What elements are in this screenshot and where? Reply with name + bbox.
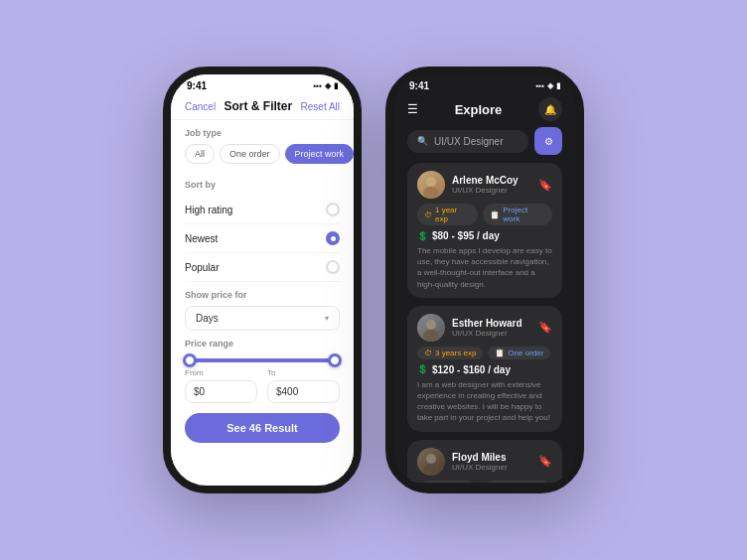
designer-name-0: Arlene McCoy <box>452 175 519 186</box>
sort-by-label: Sort by <box>185 180 340 190</box>
price-to-label: To <box>267 368 340 377</box>
price-inputs: From $0 To $400 <box>185 368 340 403</box>
reset-all-button[interactable]: Reset All <box>301 101 340 112</box>
explore-screen: ☰ Explore 🔔 🔍 UI/UX Designer ⚙ <box>393 93 576 483</box>
price-from-input[interactable]: $0 <box>185 380 257 403</box>
hamburger-icon[interactable]: ☰ <box>407 102 418 116</box>
svg-point-5 <box>423 464 439 476</box>
explore-header: ☰ Explore 🔔 <box>393 93 576 127</box>
type-tag-1: 📋 One order <box>488 347 550 359</box>
price-to-field: To $400 <box>267 368 340 403</box>
sort-newest[interactable]: Newest <box>185 224 340 253</box>
chevron-down-icon: ▾ <box>325 314 329 323</box>
phone-light: 9:41 ▪▪▪ ◈ ▮ Cancel Sort & Filter Reset … <box>163 67 362 493</box>
show-price-dropdown[interactable]: Days ▾ <box>185 306 340 331</box>
exp-tag-2: ⏱ 2 years exp <box>417 481 477 484</box>
svg-point-4 <box>426 454 436 464</box>
job-type-project-work[interactable]: Project work <box>285 144 354 164</box>
wifi-icon-dark: ◈ <box>547 81 553 90</box>
job-type-all[interactable]: All <box>185 144 215 164</box>
phone-dark: 9:41 ▪▪▪ ◈ ▮ ☰ Explore 🔔 🔍 UI/UX Designe… <box>385 67 584 493</box>
type-icon-1: 📋 <box>495 349 505 357</box>
card-top-0: Arlene McCoy UI/UX Designer 🔖 <box>417 171 552 199</box>
status-bar-dark: 9:41 ▪▪▪ ◈ ▮ <box>393 74 576 93</box>
status-bar-light: 9:41 ▪▪▪ ◈ ▮ <box>171 74 354 93</box>
sort-high-rating-radio[interactable] <box>326 203 340 216</box>
price-range-section: Price range From $0 To $400 <box>171 331 354 403</box>
designer-card-2[interactable]: Floyd Miles UI/UX Designer 🔖 ⏱ 2 years e… <box>407 440 562 484</box>
search-row: 🔍 UI/UX Designer ⚙ <box>393 127 576 163</box>
designer-role-2: UI/UX Designer <box>452 463 508 472</box>
card-info-2: Floyd Miles UI/UX Designer <box>417 448 508 476</box>
status-icons-light: ▪▪▪ ◈ ▮ <box>313 81 338 90</box>
filter-title: Sort & Filter <box>224 99 293 113</box>
price-row-1: 💲 $120 - $160 / day <box>417 364 552 375</box>
card-tags-1: ⏱ 3 years exp 📋 One order <box>417 347 552 359</box>
designer-role-0: UI/UX Designer <box>452 186 519 195</box>
exp-text-2: 2 years exp <box>435 483 470 484</box>
filter-header: Cancel Sort & Filter Reset All <box>171 93 354 120</box>
bookmark-icon-1[interactable]: 🔖 <box>538 321 552 334</box>
filter-button[interactable]: ⚙ <box>534 127 562 155</box>
svg-point-1 <box>423 187 439 199</box>
sort-newest-radio[interactable] <box>326 231 340 245</box>
price-to-input[interactable]: $400 <box>267 380 340 403</box>
sort-newest-label: Newest <box>185 233 218 244</box>
designer-card-0[interactable]: Arlene McCoy UI/UX Designer 🔖 ⏱ 1 year e… <box>407 163 562 298</box>
type-tag-2: 📋 Consultation <box>482 481 552 484</box>
search-input[interactable]: UI/UX Designer <box>434 136 503 147</box>
job-type-one-order[interactable]: One order <box>220 144 280 164</box>
status-time-light: 9:41 <box>187 80 207 91</box>
sort-popular-radio[interactable] <box>326 260 340 274</box>
avatar-1 <box>417 314 445 342</box>
status-icons-dark: ▪▪▪ ◈ ▮ <box>535 81 560 90</box>
sort-popular[interactable]: Popular <box>185 253 340 282</box>
phones-container: 9:41 ▪▪▪ ◈ ▮ Cancel Sort & Filter Reset … <box>163 67 584 493</box>
price-range-label: Price range <box>185 339 340 349</box>
job-type-options: All One order Project work Cons <box>185 144 340 164</box>
designer-card-1[interactable]: Esther Howard UI/UX Designer 🔖 ⏱ 3 years… <box>407 306 562 432</box>
type-icon-0: 📋 <box>490 210 500 219</box>
price-row-0: 💲 $80 - $95 / day <box>417 230 552 241</box>
designer-role-1: UI/UX Designer <box>452 329 523 338</box>
see-result-button[interactable]: See 46 Result <box>185 413 340 443</box>
price-icon-1: 💲 <box>417 364 428 374</box>
bookmark-icon-2[interactable]: 🔖 <box>538 455 552 468</box>
exp-icon-0: ⏱ <box>424 210 432 219</box>
exp-text-0: 1 year exp <box>435 206 471 223</box>
sort-popular-label: Popular <box>185 262 219 273</box>
battery-icon-dark: ▮ <box>556 81 560 90</box>
explore-title: Explore <box>455 102 503 117</box>
job-type-label: Job type <box>185 128 340 138</box>
exp-icon-1: ⏱ <box>424 349 432 357</box>
exp-tag-1: ⏱ 3 years exp <box>417 347 483 359</box>
slider-thumb-right[interactable] <box>328 353 342 367</box>
card-details-0: Arlene McCoy UI/UX Designer <box>452 175 519 195</box>
svg-point-3 <box>423 330 439 342</box>
signal-icon-dark: ▪▪▪ <box>535 81 544 90</box>
search-box[interactable]: 🔍 UI/UX Designer <box>407 130 528 153</box>
battery-icon: ▮ <box>334 81 338 90</box>
exp-tag-0: ⏱ 1 year exp <box>417 204 478 225</box>
designer-name-1: Esther Howard <box>452 318 523 329</box>
search-icon: 🔍 <box>417 136 428 146</box>
bookmark-icon-0[interactable]: 🔖 <box>538 179 552 192</box>
price-text-0: $80 - $95 / day <box>432 230 500 241</box>
cancel-button[interactable]: Cancel <box>185 101 216 112</box>
type-text-1: One order <box>508 349 543 357</box>
radio-dot <box>331 236 336 241</box>
status-time-dark: 9:41 <box>409 80 429 91</box>
notification-bell-icon[interactable]: 🔔 <box>538 97 562 121</box>
card-details-1: Esther Howard UI/UX Designer <box>452 318 523 338</box>
type-tag-0: 📋 Project work <box>483 204 552 225</box>
avatar-2 <box>417 448 445 476</box>
price-slider-track[interactable] <box>185 358 340 362</box>
signal-icon: ▪▪▪ <box>313 81 322 90</box>
type-text-0: Project work <box>503 206 545 223</box>
card-desc-1: I am a web designer with extensive exper… <box>417 379 552 424</box>
slider-thumb-left[interactable] <box>183 353 197 367</box>
card-top-1: Esther Howard UI/UX Designer 🔖 <box>417 314 552 342</box>
sort-high-rating[interactable]: High rating <box>185 196 340 224</box>
card-tags-2: ⏱ 2 years exp 📋 Consultation <box>417 481 552 484</box>
avatar-0 <box>417 171 445 199</box>
